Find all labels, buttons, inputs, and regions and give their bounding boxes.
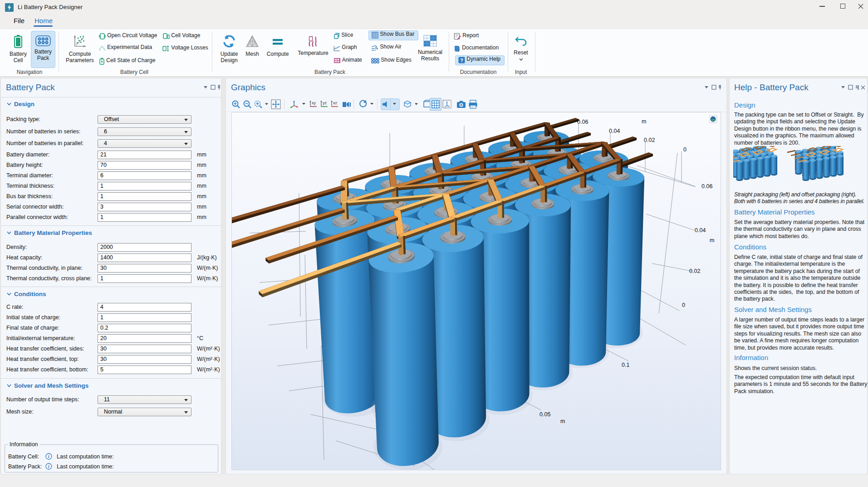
svg-text:xy: xy xyxy=(312,101,316,105)
svg-text:yz: yz xyxy=(323,101,327,105)
svg-text:i: i xyxy=(48,454,49,459)
svg-text:?: ? xyxy=(460,58,463,63)
svg-text:i: i xyxy=(48,464,49,469)
svg-text:xz: xz xyxy=(333,101,338,105)
